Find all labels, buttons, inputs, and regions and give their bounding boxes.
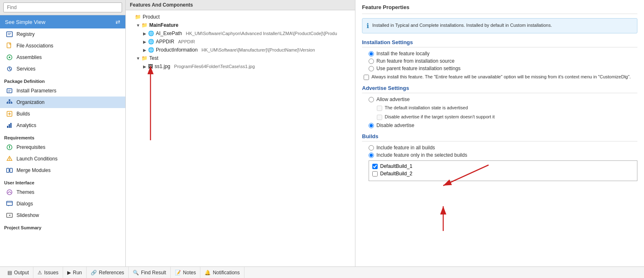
- issues-label: Issues: [44, 270, 59, 276]
- tree-item-appdir[interactable]: ▶ 🌐 APPDIR APPDIR: [126, 38, 355, 46]
- simple-view-label: See Simple View: [5, 19, 45, 25]
- slideshow-icon: [6, 212, 13, 219]
- disable-advertise-radio[interactable]: [369, 123, 374, 128]
- build2-checkbox[interactable]: [372, 171, 378, 177]
- install-local-label: Install the feature locally: [376, 51, 430, 57]
- svg-rect-14: [11, 102, 12, 104]
- notes-label: Notes: [183, 270, 196, 276]
- find-result-icon: 🔍: [133, 270, 139, 276]
- sidebar-item-file-associations[interactable]: File Associations: [0, 40, 125, 52]
- dialogs-label: Dialogs: [16, 201, 33, 207]
- parent-setting-radio[interactable]: [369, 66, 374, 71]
- main-area: See Simple View ⇄ Registry File Associat…: [0, 0, 644, 266]
- tree-item-mainfeature[interactable]: ▼ 📁 MainFeature: [126, 21, 355, 29]
- sidebar-item-themes[interactable]: Themes: [0, 186, 125, 198]
- output-label: Output: [14, 270, 29, 276]
- file-associations-label: File Associations: [16, 43, 53, 49]
- radio-allow-advertise: Allow advertise: [369, 97, 637, 102]
- install-local-radio[interactable]: [369, 51, 374, 57]
- product-label: Product: [143, 14, 160, 20]
- features-panel-header: Features And Components: [126, 0, 355, 10]
- search-input[interactable]: [3, 2, 122, 12]
- install-parameters-icon: [6, 87, 13, 94]
- tab-output[interactable]: ▤ Output: [3, 267, 33, 278]
- builds-list: DefaultBuild_1 DefaultBuild_2: [369, 160, 637, 181]
- sidebar-item-builds[interactable]: Builds: [0, 108, 125, 120]
- default-advertise-label: The default installation state is advert…: [385, 105, 468, 111]
- sidebar-item-merge-modules[interactable]: Merge Modules: [0, 165, 125, 176]
- build1-label: DefaultBuild_1: [380, 163, 412, 169]
- tree-item-aiexepath[interactable]: ▶ 🌐 AI_ExePath HK_UM\Software\Caphyon\Ad…: [126, 29, 355, 38]
- svg-point-24: [9, 148, 10, 149]
- sidebar-item-registry[interactable]: Registry: [0, 28, 125, 40]
- simple-view-button[interactable]: See Simple View ⇄: [0, 15, 125, 28]
- sidebar-item-install-parameters[interactable]: Install Parameters: [0, 85, 125, 97]
- disable-if-unsupported-checkbox[interactable]: [377, 115, 382, 120]
- tab-run[interactable]: ▶ Run: [63, 267, 87, 278]
- registry-icon: [6, 31, 13, 38]
- builds-icon: [6, 110, 13, 118]
- always-install-checkbox[interactable]: [364, 75, 369, 80]
- aiexepath-label: AI_ExePath HK_UM\Software\Caphyon\Advanc…: [156, 31, 337, 36]
- tree-item-test[interactable]: ▼ 📁 Test: [126, 54, 355, 62]
- include-all-label: Include feature in all builds: [376, 145, 435, 151]
- include-selected-radio[interactable]: [369, 153, 374, 158]
- sidebar-item-assemblies[interactable]: Assemblies: [0, 52, 125, 63]
- include-all-radio[interactable]: [369, 145, 374, 151]
- sidebar-item-launch-conditions[interactable]: Launch Conditions: [0, 153, 125, 165]
- user-interface-header: User Interface: [0, 176, 125, 186]
- notifications-icon: 🔔: [204, 270, 211, 276]
- dialogs-icon: [6, 200, 13, 207]
- tab-notes[interactable]: 📝 Notes: [171, 267, 200, 278]
- include-selected-label: Include feature only in the selected bui…: [376, 152, 467, 158]
- tree-toggle-test[interactable]: ▼: [135, 56, 141, 61]
- tree-toggle-ss1jpg[interactable]: ▶: [141, 64, 148, 69]
- requirements-header: Requirements: [0, 131, 125, 141]
- radio-install-local: Install the feature locally: [369, 51, 637, 57]
- sidebar-item-analytics[interactable]: Analytics: [0, 120, 125, 131]
- allow-advertise-radio[interactable]: [369, 97, 374, 102]
- radio-include-all: Include feature in all builds: [369, 145, 637, 151]
- tree-toggle-productinfo[interactable]: ▶: [141, 48, 148, 52]
- sidebar-item-slideshow[interactable]: Slideshow: [0, 210, 125, 221]
- tab-issues[interactable]: ⚠ Issues: [33, 267, 63, 278]
- mainfeature-label: MainFeature: [149, 22, 179, 28]
- tree-item-productinfo[interactable]: ▶ 🌐 ProductInformation HK_UM\Software\[M…: [126, 46, 355, 54]
- run-source-label: Run feature from installation source: [376, 58, 454, 64]
- svg-rect-11: [9, 99, 10, 101]
- aiexepath-globe-icon: 🌐: [148, 31, 154, 36]
- content-wrapper: Features And Components 📁 Product ▼ 📁 Ma…: [126, 0, 644, 266]
- info-box: ℹ Installed in Typical and Complete inst…: [362, 18, 637, 33]
- build1-checkbox[interactable]: [372, 164, 378, 169]
- builds-radio-group: Include feature in all builds Include fe…: [369, 145, 637, 158]
- tab-find-result[interactable]: 🔍 Find Result: [129, 267, 171, 278]
- search-bar: [0, 0, 125, 15]
- allow-advertise-label: Allow advertise: [376, 97, 410, 102]
- themes-label: Themes: [16, 189, 34, 195]
- tree-toggle-aiexepath[interactable]: ▶: [141, 31, 148, 36]
- tree-item-product[interactable]: 📁 Product: [126, 13, 355, 21]
- tree-toggle-appdir[interactable]: ▶: [141, 40, 148, 44]
- default-advertise-checkbox[interactable]: [377, 106, 382, 111]
- organization-label: Organization: [16, 99, 45, 105]
- tree-toggle-mainfeature[interactable]: ▼: [135, 23, 141, 28]
- notifications-label: Notifications: [213, 270, 240, 276]
- sidebar-item-prerequisites[interactable]: Prerequisites: [0, 141, 125, 153]
- ss1jpg-file-icon: 🖼: [148, 64, 153, 69]
- tab-references[interactable]: 🔗 References: [87, 267, 129, 278]
- default-advertise-row: The default installation state is advert…: [377, 105, 637, 111]
- organization-icon: [6, 99, 13, 106]
- run-source-radio[interactable]: [369, 59, 374, 64]
- sidebar-item-dialogs[interactable]: Dialogs: [0, 198, 125, 210]
- sidebar-item-organization[interactable]: Organization: [0, 97, 125, 108]
- svg-point-26: [9, 160, 10, 160]
- project-summary-header: Project Summary: [0, 221, 125, 231]
- prerequisites-icon: [6, 144, 13, 151]
- tab-notifications[interactable]: 🔔 Notifications: [200, 267, 244, 278]
- run-label: Run: [73, 270, 82, 276]
- test-folder-icon: 📁: [141, 55, 148, 61]
- tree-item-ss1jpg[interactable]: ▶ 🖼 ss1.jpg ProgramFiles64Folder\TestCas…: [126, 62, 355, 71]
- installation-settings-title: Installation Settings: [362, 39, 637, 47]
- svg-rect-21: [9, 124, 10, 128]
- sidebar-item-services[interactable]: Services: [0, 63, 125, 75]
